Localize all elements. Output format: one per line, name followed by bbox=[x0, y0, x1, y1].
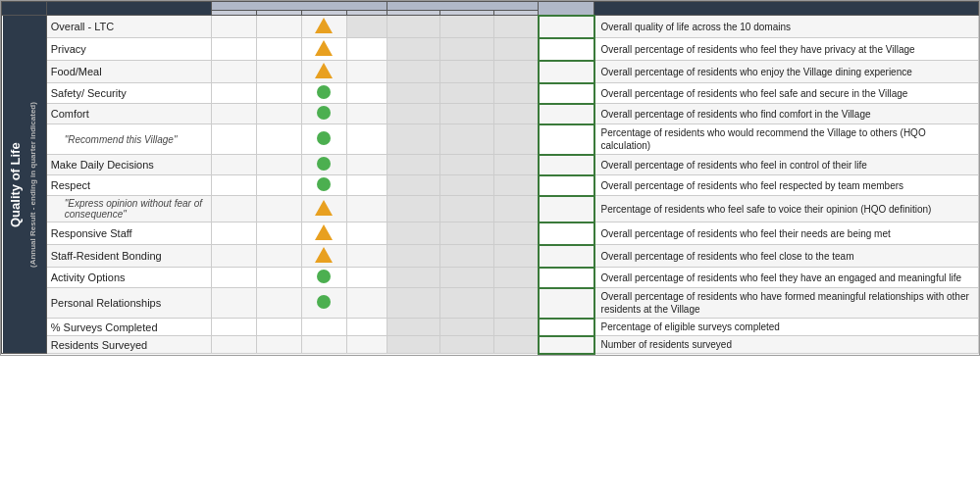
table-row: Staff-Resident BondingOverall percentage… bbox=[2, 245, 979, 268]
intl-cell bbox=[493, 16, 539, 38]
pct20-cell bbox=[387, 124, 439, 155]
definition-cell: Overall percentage of residents who find… bbox=[594, 104, 979, 124]
sv2018-cell bbox=[440, 336, 493, 354]
target-cell bbox=[539, 222, 594, 245]
circle-icon bbox=[317, 270, 331, 283]
vssv-cell bbox=[346, 222, 387, 245]
v2017-cell bbox=[257, 16, 302, 38]
pct20-cell bbox=[387, 288, 439, 319]
v2016-cell bbox=[212, 16, 257, 38]
definition-cell: Overall percentage of residents who feel… bbox=[594, 175, 979, 196]
v2018-icon-cell bbox=[301, 61, 346, 83]
domain-cell: Overall - LTC bbox=[46, 16, 212, 38]
intl-cell bbox=[493, 124, 539, 155]
table-row: Food/MealOverall percentage of residents… bbox=[2, 61, 979, 83]
v2018-icon-cell bbox=[301, 196, 346, 222]
pct20-cell bbox=[387, 222, 439, 245]
pct20-cell bbox=[387, 175, 439, 196]
target-cell bbox=[539, 61, 594, 83]
pct20-cell bbox=[387, 196, 439, 222]
v2018-icon-cell bbox=[301, 288, 346, 319]
sv2018-cell bbox=[440, 245, 493, 268]
intl-cell bbox=[493, 245, 539, 268]
definition-cell: Overall percentage of residents who feel… bbox=[594, 245, 979, 268]
v2016-cell bbox=[212, 83, 257, 104]
target-cell bbox=[539, 268, 594, 288]
table-row: Make Daily DecisionsOverall percentage o… bbox=[2, 155, 979, 175]
v2017-cell bbox=[257, 61, 302, 83]
sv2018-cell bbox=[440, 83, 493, 104]
v2016-cell bbox=[212, 245, 257, 268]
sv2018-cell bbox=[440, 196, 493, 222]
table-row: "Recommend this Village"Percentage of re… bbox=[2, 124, 979, 155]
target-cell bbox=[539, 175, 594, 196]
v2016-cell bbox=[212, 155, 257, 175]
circle-icon bbox=[317, 131, 331, 145]
vssv-cell bbox=[346, 16, 387, 38]
v2017-cell bbox=[257, 104, 302, 124]
v2016-cell bbox=[212, 319, 257, 336]
v2017-cell bbox=[257, 38, 302, 61]
sv2018-cell bbox=[440, 288, 493, 319]
triangle-icon bbox=[315, 18, 333, 33]
definition-cell: Overall percentage of residents who feel… bbox=[594, 155, 979, 175]
v2018-icon-cell bbox=[301, 319, 346, 336]
sv2018-cell bbox=[440, 222, 493, 245]
target-cell bbox=[539, 38, 594, 61]
definition-cell: Overall quality of life across the 10 do… bbox=[594, 16, 979, 38]
v2016-cell bbox=[212, 124, 257, 155]
vssv-cell bbox=[346, 155, 387, 175]
circle-icon bbox=[317, 85, 331, 99]
definition-cell: Overall percentage of residents who feel… bbox=[594, 83, 979, 104]
domain-cell: "Express opinion without fear of consequ… bbox=[46, 196, 212, 222]
domain-cell: Staff-Resident Bonding bbox=[46, 245, 212, 268]
table-row: Residents SurveyedNumber of residents su… bbox=[2, 336, 979, 354]
target-cell bbox=[539, 104, 594, 124]
domain-cell: % Surveys Completed bbox=[46, 319, 212, 336]
sv2018-cell bbox=[440, 104, 493, 124]
circle-icon bbox=[317, 106, 331, 120]
v2018-icon-cell bbox=[301, 16, 346, 38]
v2017-cell bbox=[257, 83, 302, 104]
target-cell bbox=[539, 124, 594, 155]
pct20-cell bbox=[387, 319, 439, 336]
header-top-row bbox=[2, 2, 979, 11]
domain-cell: Activity Options bbox=[46, 268, 212, 288]
domain-cell: Safety/ Security bbox=[46, 83, 212, 104]
intl-cell bbox=[493, 175, 539, 196]
vssv-cell bbox=[346, 83, 387, 104]
pct20-cell bbox=[387, 336, 439, 354]
vssv-cell bbox=[346, 124, 387, 155]
sv2018-cell bbox=[440, 268, 493, 288]
vssv-cell bbox=[346, 175, 387, 196]
triangle-icon bbox=[315, 224, 333, 240]
target-cell bbox=[539, 155, 594, 175]
pct20-cell bbox=[387, 16, 439, 38]
vssv-cell bbox=[346, 319, 387, 336]
table-row: ComfortOverall percentage of residents w… bbox=[2, 104, 979, 124]
v2017-cell bbox=[257, 175, 302, 196]
vssv-cell bbox=[346, 268, 387, 288]
intl-cell bbox=[493, 83, 539, 104]
definition-cell: Percentage of residents who feel safe to… bbox=[594, 196, 979, 222]
target-cell bbox=[539, 83, 594, 104]
theme-cell: Quality of Life(Annual Result - ending i… bbox=[2, 16, 47, 354]
sv2018-cell bbox=[440, 319, 493, 336]
table-row: PrivacyOverall percentage of residents w… bbox=[2, 38, 979, 61]
intl-cell bbox=[493, 268, 539, 288]
v2018-icon-cell bbox=[301, 124, 346, 155]
table-row: Quality of Life(Annual Result - ending i… bbox=[2, 16, 979, 38]
v2018-icon-cell bbox=[301, 155, 346, 175]
sv2018-cell bbox=[440, 16, 493, 38]
intl-cell bbox=[493, 336, 539, 354]
triangle-icon bbox=[315, 63, 333, 78]
sv2018-cell bbox=[440, 155, 493, 175]
v2016-cell bbox=[212, 288, 257, 319]
v2017-cell bbox=[257, 319, 302, 336]
intl-cell bbox=[493, 196, 539, 222]
v2018-icon-cell bbox=[301, 268, 346, 288]
target-cell bbox=[539, 288, 594, 319]
sv2018-cell bbox=[440, 124, 493, 155]
intl-cell bbox=[493, 155, 539, 175]
comparatives-header bbox=[387, 2, 539, 11]
